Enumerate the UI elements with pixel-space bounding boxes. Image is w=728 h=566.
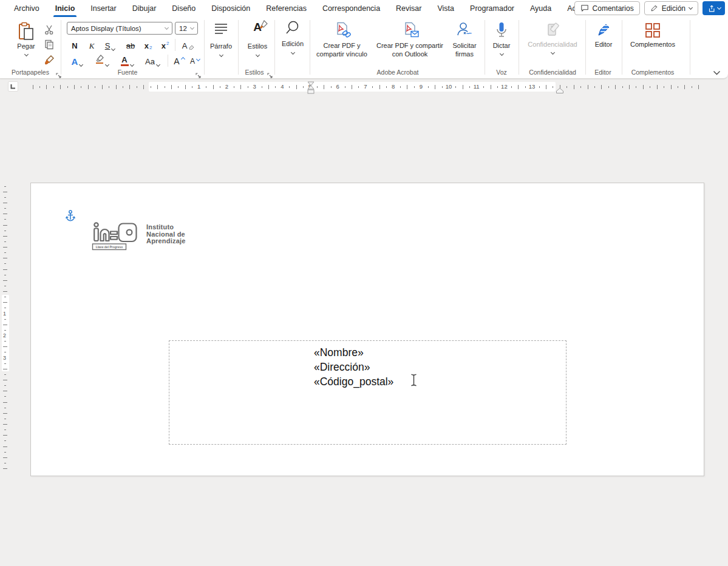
merge-field-direccion: «Dirección» xyxy=(314,360,393,374)
paragraph-label: Párrafo xyxy=(210,42,232,50)
comments-button[interactable]: Comentarios xyxy=(574,1,640,15)
styles-label: Estilos xyxy=(248,42,267,50)
italic-glyph: K xyxy=(89,41,95,50)
tab-list: Archivo Inicio Insertar Dibujar Diseño D… xyxy=(0,0,601,17)
create-pdf-share-link-label: Crear PDF y compartir vínculo xyxy=(313,41,370,58)
address-merge-frame[interactable]: «Nombre» «Dirección» «Código_postal» xyxy=(169,340,566,445)
tab-dibujar[interactable]: Dibujar xyxy=(124,0,165,17)
styles-icon: A xyxy=(253,21,262,35)
strikethrough-glyph: ab xyxy=(126,41,135,50)
tab-referencias[interactable]: Referencias xyxy=(258,0,315,17)
sensitivity-group-label: Confidencialidad xyxy=(521,69,584,76)
superscript-button[interactable]: x2 xyxy=(157,38,174,52)
tab-disposicion[interactable]: Disposición xyxy=(203,0,258,17)
font-group-label: Fuente xyxy=(67,69,188,76)
dictate-button[interactable]: Dictar xyxy=(488,22,515,55)
highlight-color-button[interactable] xyxy=(91,53,113,67)
object-anchor-icon[interactable] xyxy=(66,210,75,224)
subscript-button[interactable]: x2 xyxy=(140,38,157,52)
chevron-down-icon xyxy=(24,52,28,56)
shrink-font-button[interactable]: A xyxy=(187,53,203,67)
cut-button[interactable] xyxy=(41,22,57,36)
chevron-down-icon xyxy=(713,70,721,75)
addins-group-label: Complementos xyxy=(623,69,682,76)
pencil-icon xyxy=(650,4,658,12)
addins-button[interactable]: Complementos xyxy=(625,22,680,49)
clipboard-icon xyxy=(18,22,35,41)
paragraph-button[interactable]: Párrafo xyxy=(208,23,234,56)
ribbon-tab-bar: Archivo Inicio Insertar Dibujar Diseño D… xyxy=(0,0,728,17)
editing-button[interactable]: Edición xyxy=(278,21,307,54)
bold-glyph: N xyxy=(72,41,77,50)
clear-formatting-button[interactable]: A xyxy=(179,38,198,52)
editor-group-label: Editor xyxy=(587,69,619,76)
font-size-value: 12 xyxy=(179,25,187,32)
comments-label: Comentarios xyxy=(593,4,634,13)
tab-vista[interactable]: Vista xyxy=(429,0,462,17)
acrobat-group-label: Adobe Acrobat xyxy=(313,69,482,76)
tab-ayuda[interactable]: Ayuda xyxy=(522,0,559,17)
bold-button[interactable]: N xyxy=(67,38,83,52)
text-cursor-ibeam xyxy=(410,373,418,389)
text-effects-button[interactable]: A xyxy=(67,53,87,67)
paste-label: Pegar xyxy=(17,42,35,50)
chevron-down-icon xyxy=(716,5,721,9)
tab-inicio[interactable]: Inicio xyxy=(47,0,83,17)
chevron-up-icon xyxy=(181,57,185,61)
create-pdf-outlook-label: Crear PDF y compartir con Outlook xyxy=(373,41,447,58)
shrink-font-glyph: A xyxy=(190,57,195,66)
tab-insertar[interactable]: Insertar xyxy=(83,0,124,17)
envelope-page[interactable]: Llave del Progreso Instituto Nacional de… xyxy=(30,183,704,476)
styles-button[interactable]: A Estilos xyxy=(242,21,273,56)
chevron-down-icon xyxy=(79,62,83,67)
font-family-combobox[interactable]: Aptos Display (Títulos) xyxy=(67,22,172,35)
tab-correspondencia[interactable]: Correspondencia xyxy=(315,0,388,17)
ribbon: Pegar Portapapeles Aptos Display (Título… xyxy=(0,17,728,79)
copy-icon xyxy=(44,39,54,50)
italic-button[interactable]: K xyxy=(84,38,100,52)
chevron-down-icon xyxy=(111,47,115,51)
collapse-ribbon-button[interactable] xyxy=(713,67,721,78)
chevron-down-icon xyxy=(190,25,194,29)
format-painter-button[interactable] xyxy=(41,53,57,67)
chevron-down-icon xyxy=(129,62,134,67)
paragraph-lines-icon xyxy=(214,23,228,34)
chevron-down-icon xyxy=(689,5,693,9)
tab-diseno[interactable]: Diseño xyxy=(164,0,203,17)
grow-font-glyph: A xyxy=(174,57,179,66)
font-color-button[interactable]: A xyxy=(117,53,137,67)
tab-programador[interactable]: Programador xyxy=(462,0,522,17)
clipboard-group-label: Portapapeles xyxy=(2,69,58,76)
ina-logo: Llave del Progreso Instituto Nacional de… xyxy=(92,221,186,251)
voice-group-label: Voz xyxy=(487,69,516,76)
merge-fields-block: «Nombre» «Dirección» «Código_postal» xyxy=(314,345,393,389)
share-button[interactable] xyxy=(702,1,725,15)
sensitivity-tag-icon xyxy=(543,22,562,39)
editing-mode-button[interactable]: Edición xyxy=(644,1,698,15)
superscript-small: 2 xyxy=(166,41,169,46)
tab-revisar[interactable]: Revisar xyxy=(388,0,429,17)
eraser-icon xyxy=(189,44,194,50)
chevron-down-icon xyxy=(499,52,503,56)
font-size-combobox[interactable]: 12 xyxy=(175,22,198,35)
chevron-down-icon xyxy=(165,25,169,29)
underline-button[interactable]: S xyxy=(100,38,120,52)
editor-button[interactable]: Editor xyxy=(589,22,618,49)
logo-tagline: Llave del Progreso xyxy=(96,245,123,249)
chevron-down-icon xyxy=(255,53,259,57)
tab-archivo[interactable]: Archivo xyxy=(6,0,47,17)
grow-font-button[interactable]: A xyxy=(171,53,187,67)
strikethrough-button[interactable]: ab xyxy=(121,38,140,52)
pdf-outlook-icon xyxy=(401,22,419,39)
create-pdf-outlook-button[interactable]: Crear PDF y compartir con Outlook xyxy=(373,22,447,58)
editing-label: Edición xyxy=(282,40,304,48)
change-case-glyph: Aa xyxy=(145,57,155,66)
sensitivity-label: Confidencialidad xyxy=(528,41,577,49)
create-pdf-share-link-button[interactable]: Crear PDF y compartir vínculo xyxy=(313,22,370,58)
copy-button[interactable] xyxy=(41,38,57,52)
ina-key-logo-icon: Llave del Progreso xyxy=(92,221,143,251)
request-signatures-button[interactable]: Solicitar firmas xyxy=(447,22,482,58)
paste-button[interactable]: Pegar xyxy=(10,22,43,56)
change-case-button[interactable]: Aa xyxy=(141,53,164,67)
document-canvas: Llave del Progreso Instituto Nacional de… xyxy=(0,79,728,566)
